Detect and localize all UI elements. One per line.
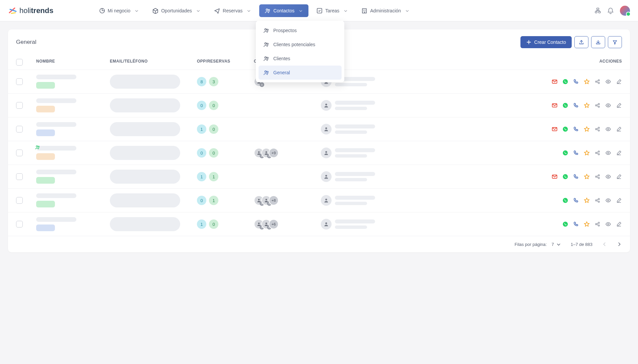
opp-count[interactable]: 0 xyxy=(197,148,206,158)
star-icon[interactable] xyxy=(584,126,590,132)
share-icon[interactable] xyxy=(594,197,600,203)
row-checkbox[interactable] xyxy=(16,78,23,85)
share-icon[interactable] xyxy=(594,126,600,132)
filter-button[interactable] xyxy=(608,36,622,48)
dropdown-general[interactable]: General xyxy=(259,66,342,80)
res-count[interactable]: 0 xyxy=(209,124,218,134)
opp-count[interactable]: 1 xyxy=(197,219,206,229)
dropdown-clientes-potenciales[interactable]: Clientes potenciales xyxy=(259,37,342,52)
view-icon[interactable] xyxy=(605,197,611,203)
share-icon[interactable] xyxy=(594,174,600,180)
phone-icon[interactable] xyxy=(573,197,579,203)
org-icon[interactable] xyxy=(594,7,601,14)
whatsapp-icon[interactable] xyxy=(562,174,568,180)
view-icon[interactable] xyxy=(605,150,611,156)
edit-icon[interactable] xyxy=(616,150,622,156)
view-icon[interactable] xyxy=(605,126,611,132)
row-checkbox[interactable] xyxy=(16,173,23,180)
dropdown-clientes[interactable]: Clientes xyxy=(259,52,342,66)
chevron-down-icon xyxy=(196,8,201,13)
star-icon[interactable] xyxy=(584,174,590,180)
star-icon[interactable] xyxy=(584,150,590,156)
rows-per-page-select[interactable]: 7 xyxy=(552,242,561,247)
email-icon[interactable] xyxy=(552,174,558,180)
phone-icon[interactable] xyxy=(573,174,579,180)
phone-icon[interactable] xyxy=(573,79,579,85)
email-icon[interactable] xyxy=(552,79,558,85)
whatsapp-icon[interactable] xyxy=(562,102,568,108)
star-icon[interactable] xyxy=(584,197,590,203)
whatsapp-icon[interactable] xyxy=(562,197,568,203)
chevron-down-icon xyxy=(556,242,561,247)
create-contact-button[interactable]: Crear Contacto xyxy=(520,36,572,48)
prev-page-button[interactable] xyxy=(602,242,607,247)
star-icon[interactable] xyxy=(584,102,590,108)
nav-tareas[interactable]: Tareas xyxy=(311,4,353,17)
res-count[interactable]: 0 xyxy=(209,148,218,158)
brand-logo[interactable]: holitrends xyxy=(8,6,54,15)
star-icon[interactable] xyxy=(584,221,590,227)
res-count[interactable]: 0 xyxy=(209,101,218,110)
email-icon[interactable] xyxy=(552,126,558,132)
row-checkbox[interactable] xyxy=(16,126,23,132)
nav-reservas[interactable]: Reservas xyxy=(209,4,257,17)
building-icon xyxy=(361,8,367,14)
table-row: 0100+8 xyxy=(8,188,630,212)
view-icon[interactable] xyxy=(605,102,611,108)
row-checkbox[interactable] xyxy=(16,197,23,204)
edit-icon[interactable] xyxy=(616,79,622,85)
email-icon[interactable] xyxy=(552,102,558,108)
whatsapp-icon[interactable] xyxy=(562,150,568,156)
phone-icon[interactable] xyxy=(573,221,579,227)
phone-icon[interactable] xyxy=(573,150,579,156)
res-count[interactable]: 0 xyxy=(209,219,218,229)
nav-contactos[interactable]: Contactos xyxy=(259,4,308,17)
res-count[interactable]: 1 xyxy=(209,196,218,205)
shared-avatars[interactable]: 00+6 xyxy=(254,219,279,229)
res-count[interactable]: 1 xyxy=(209,172,218,181)
opp-count[interactable]: 8 xyxy=(197,77,206,86)
shared-avatars[interactable]: 00+8 xyxy=(254,195,279,205)
dropdown-prospectos[interactable]: Prospectos xyxy=(259,23,342,37)
nav-administracion[interactable]: Administración xyxy=(356,4,415,17)
edit-icon[interactable] xyxy=(616,174,622,180)
opp-count[interactable]: 0 xyxy=(197,101,206,110)
phone-icon[interactable] xyxy=(573,102,579,108)
view-icon[interactable] xyxy=(605,221,611,227)
row-checkbox[interactable] xyxy=(16,102,23,109)
import-button[interactable] xyxy=(591,36,605,48)
share-icon[interactable] xyxy=(594,150,600,156)
owner-avatar xyxy=(321,195,332,206)
whatsapp-icon[interactable] xyxy=(562,79,568,85)
user-avatar[interactable] xyxy=(620,6,630,16)
name-placeholder xyxy=(36,75,76,79)
opp-count[interactable]: 0 xyxy=(197,196,206,205)
res-count[interactable]: 3 xyxy=(209,77,218,86)
share-icon[interactable] xyxy=(594,79,600,85)
edit-icon[interactable] xyxy=(616,126,622,132)
nav-mi-negocio[interactable]: Mi negocio xyxy=(94,4,145,17)
star-icon[interactable] xyxy=(584,79,590,85)
opp-count[interactable]: 1 xyxy=(197,172,206,181)
select-all-checkbox[interactable] xyxy=(16,59,23,66)
whatsapp-icon[interactable] xyxy=(562,221,568,227)
phone-icon[interactable] xyxy=(573,126,579,132)
edit-icon[interactable] xyxy=(616,197,622,203)
row-checkbox[interactable] xyxy=(16,150,23,156)
edit-icon[interactable] xyxy=(616,102,622,108)
page-actions: Crear Contacto xyxy=(520,36,622,48)
edit-icon[interactable] xyxy=(616,221,622,227)
opp-count[interactable]: 1 xyxy=(197,124,206,134)
shared-avatars[interactable]: 00+9 xyxy=(254,148,279,158)
export-button[interactable] xyxy=(574,36,588,48)
next-page-button[interactable] xyxy=(617,242,622,247)
bell-icon[interactable] xyxy=(607,7,614,14)
share-icon[interactable] xyxy=(594,221,600,227)
email-placeholder xyxy=(110,217,180,231)
view-icon[interactable] xyxy=(605,174,611,180)
share-icon[interactable] xyxy=(594,102,600,108)
nav-oportunidades[interactable]: Oportunidades xyxy=(147,4,206,17)
row-checkbox[interactable] xyxy=(16,221,23,227)
view-icon[interactable] xyxy=(605,79,611,85)
whatsapp-icon[interactable] xyxy=(562,126,568,132)
